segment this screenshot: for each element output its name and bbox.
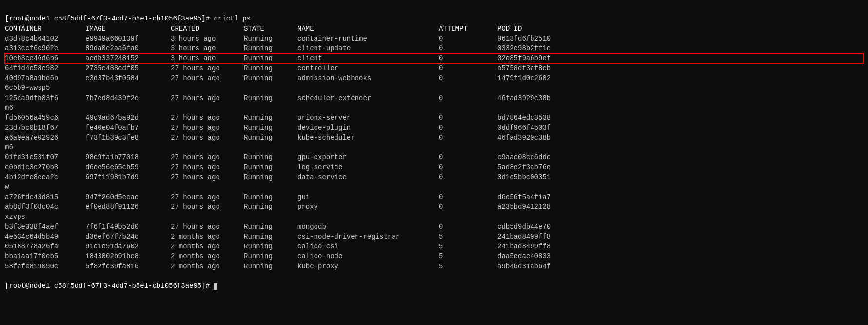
cell-podid (497, 182, 863, 192)
cell-name: client-update (297, 43, 439, 53)
cell-image: 49c9ad67ba92d (85, 113, 171, 122)
cell-created: 2 months ago (171, 262, 244, 271)
cell-podid: 46fad3929c38b (497, 93, 863, 103)
cell-created: 27 hours ago (171, 113, 244, 122)
cell-image (85, 182, 171, 192)
cell-image: 91c1c91da7602 (85, 242, 171, 251)
cell-attempt: 0 (439, 93, 497, 103)
cell-created: 27 hours ago (171, 93, 244, 103)
cell-name: device-plugin (297, 123, 439, 133)
cell-name: csi-node-driver-registrar (297, 232, 439, 242)
cell-podid (497, 142, 863, 152)
cell-image (85, 212, 171, 222)
cell-created: 2 months ago (171, 251, 244, 261)
table-row: 4b12dfe8eea2c697f11981b7d927 hours agoRu… (5, 172, 863, 182)
cell-attempt: 0 (439, 172, 497, 182)
col-header-container: CONTAINER (5, 24, 85, 34)
cell-state: Running (244, 162, 297, 172)
table-row: 05188778a26fa91c1c91da76022 months agoRu… (5, 242, 863, 251)
cell-container: a313ccf6c902e (5, 43, 85, 53)
cell-attempt: 0 (439, 152, 497, 162)
cell-podid: a9b46d31ab64f (497, 262, 863, 271)
table-row: a6a9ea7e02926f73f1b39c3fe827 hours agoRu… (5, 133, 863, 142)
cell-image: e9949a660139f (85, 34, 171, 43)
table-row: b3f3e338f4aef7f6f1f49b52d027 hours agoRu… (5, 222, 863, 232)
cell-container: b3f3e338f4aef (5, 222, 85, 232)
cell-attempt: 5 (439, 232, 497, 242)
cell-name (297, 103, 439, 113)
cell-attempt: 0 (439, 63, 497, 73)
prompt-line-2: [root@node1 c58f5ddf-67f3-4cd7-b5e1-cb10… (5, 282, 214, 290)
cell-podid: daa5edae40833 (497, 251, 863, 261)
cell-state: Running (244, 133, 297, 142)
table-row: 64f1d4e58e9822735e488cdf0527 hours agoRu… (5, 63, 863, 73)
cell-attempt: 5 (439, 251, 497, 261)
cell-image: 7b7ed8d439f2e (85, 93, 171, 103)
cell-state: Running (244, 242, 297, 251)
cell-name: admission-webhooks (297, 73, 439, 83)
table-row: d3d78c4b64102e9949a660139f3 hours agoRun… (5, 34, 863, 43)
table-row: m6 (5, 103, 863, 113)
cell-container: e0bd1c3e270b8 (5, 162, 85, 172)
table-row: bba1aa17f0eb51843802b91be82 months agoRu… (5, 251, 863, 261)
cell-name: kube-scheduler (297, 133, 439, 142)
cell-attempt (439, 182, 497, 192)
cell-state: Running (244, 222, 297, 232)
cell-podid: 0ddf966f4503f (497, 123, 863, 133)
table-row: ab8df3f08c04cef0ed88f9112627 hours agoRu… (5, 202, 863, 212)
cell-attempt: 0 (439, 113, 497, 122)
cell-name: mongodb (297, 222, 439, 232)
cell-attempt: 5 (439, 242, 497, 251)
cell-created: 27 hours ago (171, 192, 244, 202)
cell-created (171, 83, 244, 93)
cell-state: Running (244, 262, 297, 271)
cell-image: d6ce56e65cb59 (85, 162, 171, 172)
cell-name: data-service (297, 172, 439, 182)
cell-name: calico-node (297, 251, 439, 261)
cell-name: log-service (297, 162, 439, 172)
cell-created: 27 hours ago (171, 73, 244, 83)
cell-attempt (439, 142, 497, 152)
cell-attempt: 5 (439, 262, 497, 271)
cell-name: gui (297, 192, 439, 202)
cell-podid: 241bad8499ff8 (497, 242, 863, 251)
cell-image: 7f6f1f49b52d0 (85, 222, 171, 232)
cell-state: Running (244, 53, 297, 63)
cell-name: container-runtime (297, 34, 439, 43)
cell-state: Running (244, 251, 297, 261)
cell-name (297, 182, 439, 192)
cell-container: d3d78c4b64102 (5, 34, 85, 43)
cell-attempt (439, 212, 497, 222)
cell-podid: 1479f1d0c2682 (497, 73, 863, 83)
ps-table: CONTAINER IMAGE CREATED STATE NAME ATTEM… (5, 24, 863, 271)
cell-image: d36ef67f7b24c (85, 232, 171, 242)
cell-image: 5f82fc39fa816 (85, 262, 171, 271)
table-row: m6 (5, 142, 863, 152)
cell-image: aedb337248152 (85, 53, 171, 63)
cell-podid: 0332e98b2ff1e (497, 43, 863, 53)
cell-container: 23d7bc0b18f67 (5, 123, 85, 133)
cell-attempt: 0 (439, 162, 497, 172)
cell-attempt: 0 (439, 43, 497, 53)
cell-image: 98c9fa1b77018 (85, 152, 171, 162)
cell-container: 4e534c64d5b49 (5, 232, 85, 242)
cell-podid (497, 83, 863, 93)
cell-name: kube-proxy (297, 262, 439, 271)
cell-attempt: 0 (439, 192, 497, 202)
cell-container: ab8df3f08c04c (5, 202, 85, 212)
cell-podid (497, 212, 863, 222)
cell-container: w (5, 182, 85, 192)
cell-container: 58fafc819090c (5, 262, 85, 271)
table-row: a313ccf6c902e89da0e2aa6fa03 hours agoRun… (5, 43, 863, 53)
cell-name: orionx-server (297, 113, 439, 122)
cell-podid: 46fad3929c38b (497, 133, 863, 142)
cell-container: 64f1d4e58e982 (5, 63, 85, 73)
cell-created: 27 hours ago (171, 63, 244, 73)
cell-image: 697f11981b7d9 (85, 172, 171, 182)
cell-container: xzvps (5, 212, 85, 222)
cell-image (85, 83, 171, 93)
cell-attempt: 0 (439, 133, 497, 142)
table-row: 10eb8ce46d6b6aedb3372481523 hours agoRun… (5, 53, 863, 63)
table-row: 01fd31c531f0798c9fa1b7701827 hours agoRu… (5, 152, 863, 162)
cell-container: m6 (5, 103, 85, 113)
